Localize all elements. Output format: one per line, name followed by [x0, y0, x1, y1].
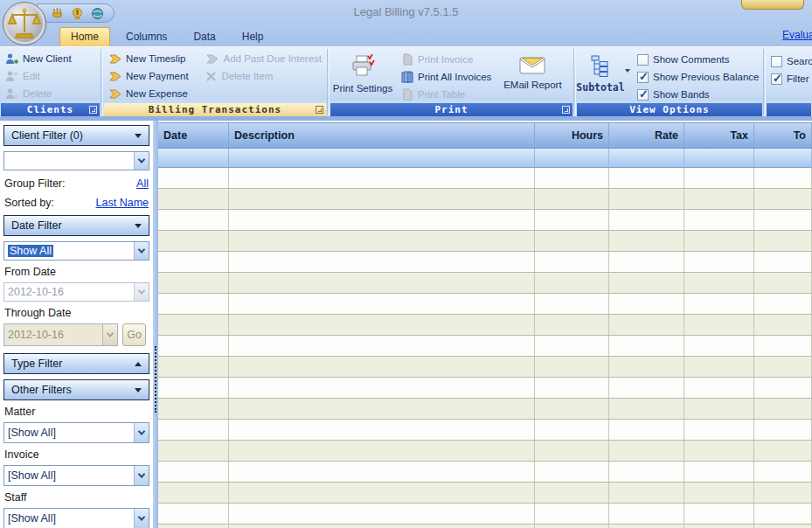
- table-cell[interactable]: [754, 525, 812, 528]
- table-cell[interactable]: [609, 483, 684, 503]
- table-row[interactable]: [158, 189, 812, 210]
- table-cell[interactable]: [609, 294, 684, 314]
- table-cell[interactable]: [229, 483, 535, 503]
- table-filter-row[interactable]: [158, 149, 812, 168]
- table-cell[interactable]: [158, 378, 229, 398]
- client-filter-combo[interactable]: [3, 151, 149, 170]
- table-cell[interactable]: [684, 210, 754, 230]
- table-cell[interactable]: [684, 315, 754, 335]
- table-cell[interactable]: [684, 525, 754, 528]
- filter-cell[interactable]: [754, 149, 812, 167]
- bell-icon[interactable]: [70, 6, 85, 21]
- subtotal-button[interactable]: Subtotal: [576, 50, 625, 104]
- table-cell[interactable]: [684, 399, 754, 419]
- print-all-invoices-button[interactable]: Print All Invoices: [396, 68, 496, 86]
- filter-cell[interactable]: [535, 149, 609, 167]
- globe-icon[interactable]: [90, 6, 105, 21]
- table-cell[interactable]: [535, 273, 609, 293]
- table-cell[interactable]: [535, 231, 609, 251]
- table-row[interactable]: [158, 210, 812, 231]
- table-cell[interactable]: [754, 336, 812, 356]
- table-cell[interactable]: [229, 294, 535, 314]
- table-cell[interactable]: [754, 252, 812, 272]
- new-client-button[interactable]: New Client: [0, 50, 101, 67]
- tab-home[interactable]: Home: [59, 27, 110, 46]
- window-controls-partial[interactable]: [741, 0, 804, 10]
- table-cell[interactable]: [535, 168, 609, 188]
- table-cell[interactable]: [684, 441, 754, 461]
- table-cell[interactable]: [158, 504, 229, 524]
- table-row[interactable]: [158, 231, 812, 252]
- checkbox-icon[interactable]: [637, 54, 649, 66]
- other-filters-header[interactable]: Other Filters: [3, 379, 149, 400]
- table-cell[interactable]: [535, 504, 609, 524]
- table-cell[interactable]: [754, 399, 812, 419]
- matter-combo[interactable]: [Show All]: [3, 422, 149, 443]
- show-comments-checkbox[interactable]: Show Comments: [637, 51, 759, 68]
- table-cell[interactable]: [684, 420, 754, 440]
- table-cell[interactable]: [229, 231, 535, 251]
- table-cell[interactable]: [535, 441, 609, 461]
- splitter-drag-handle-icon[interactable]: [155, 346, 156, 413]
- dropdown-button[interactable]: [134, 509, 149, 528]
- application-menu-button[interactable]: [3, 2, 46, 45]
- table-cell[interactable]: [684, 378, 754, 398]
- delete-client-button[interactable]: Delete: [0, 85, 101, 102]
- group-caption-search[interactable]: [767, 103, 811, 116]
- table-cell[interactable]: [158, 273, 229, 293]
- table-cell[interactable]: [229, 252, 535, 272]
- table-cell[interactable]: [158, 189, 229, 209]
- table-cell[interactable]: [684, 231, 754, 251]
- column-header-rate[interactable]: Rate: [609, 123, 684, 148]
- delete-item-button[interactable]: Delete Item: [200, 67, 327, 85]
- table-cell[interactable]: [609, 336, 684, 356]
- plug-icon[interactable]: [50, 6, 65, 21]
- new-expense-button[interactable]: New Expense: [103, 85, 200, 102]
- table-cell[interactable]: [754, 441, 812, 461]
- checkbox-icon[interactable]: [637, 89, 649, 101]
- table-cell[interactable]: [229, 210, 535, 230]
- table-cell[interactable]: [684, 462, 754, 482]
- dropdown-button[interactable]: [102, 324, 117, 345]
- table-cell[interactable]: [684, 357, 754, 377]
- table-cell[interactable]: [229, 525, 535, 528]
- evaluate-link[interactable]: Evaluat: [782, 29, 812, 41]
- table-cell[interactable]: [158, 462, 229, 482]
- table-cell[interactable]: [609, 210, 684, 230]
- table-cell[interactable]: [158, 420, 229, 440]
- dialog-launcher-icon[interactable]: [316, 106, 323, 114]
- column-header-date[interactable]: Date: [158, 123, 229, 148]
- dropdown-button[interactable]: [134, 466, 149, 485]
- dialog-launcher-icon[interactable]: [562, 106, 570, 114]
- table-cell[interactable]: [229, 189, 535, 209]
- column-header-description[interactable]: Description: [229, 123, 535, 148]
- table-cell[interactable]: [535, 420, 609, 440]
- table-cell[interactable]: [754, 189, 812, 209]
- table-row[interactable]: [158, 462, 812, 483]
- table-row[interactable]: [158, 252, 812, 273]
- staff-combo[interactable]: [Show All]: [3, 508, 149, 528]
- dropdown-button[interactable]: [134, 152, 149, 170]
- print-settings-button[interactable]: Print Settings: [330, 50, 396, 104]
- table-cell[interactable]: [535, 252, 609, 272]
- table-cell[interactable]: [229, 399, 535, 419]
- invoice-combo[interactable]: [Show All]: [3, 465, 149, 486]
- table-cell[interactable]: [609, 378, 684, 398]
- checkbox-icon[interactable]: [637, 72, 649, 83]
- dialog-launcher-icon[interactable]: [89, 106, 97, 114]
- table-cell[interactable]: [158, 294, 229, 314]
- table-cell[interactable]: [754, 462, 812, 482]
- table-cell[interactable]: [229, 504, 535, 524]
- table-cell[interactable]: [229, 315, 535, 335]
- go-button[interactable]: Go: [122, 323, 146, 346]
- dropdown-button[interactable]: [134, 242, 149, 260]
- table-cell[interactable]: [535, 462, 609, 482]
- table-cell[interactable]: [158, 336, 229, 356]
- table-cell[interactable]: [609, 357, 684, 377]
- table-cell[interactable]: [535, 357, 609, 377]
- filter-cell[interactable]: [609, 149, 684, 167]
- table-cell[interactable]: [535, 525, 609, 528]
- table-row[interactable]: [158, 294, 812, 315]
- table-cell[interactable]: [535, 378, 609, 398]
- new-timeslip-button[interactable]: New Timeslip: [103, 50, 200, 67]
